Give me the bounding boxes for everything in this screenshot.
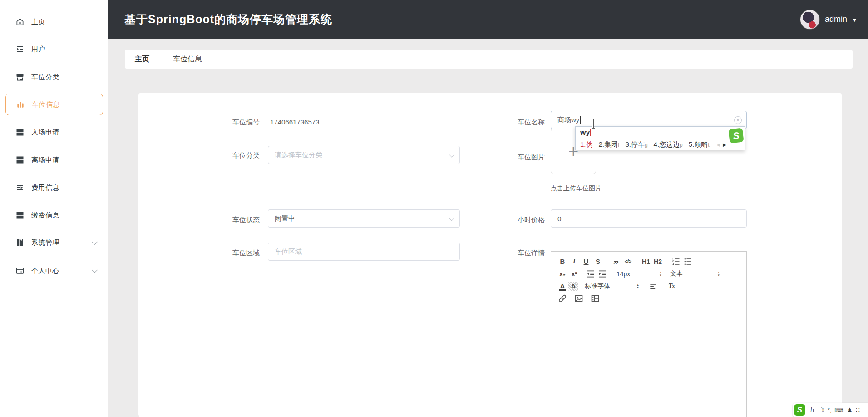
number-label: 车位编号 xyxy=(187,118,260,127)
price-input[interactable]: 0 xyxy=(551,209,747,228)
sidebar-item-label: 系统管理 xyxy=(31,238,59,247)
picker-arrows-icon xyxy=(717,271,720,277)
person-icon[interactable]: ♟ xyxy=(847,407,853,414)
sidebar-item-fee-info[interactable]: 费用信息 xyxy=(5,177,103,199)
chevron-down-icon xyxy=(92,239,98,245)
chevron-down-icon xyxy=(449,215,455,221)
video-button[interactable] xyxy=(589,293,601,304)
sidebar-item-home[interactable]: 主页 xyxy=(5,11,103,33)
sidebar-item-users[interactable]: 用户 xyxy=(5,38,103,60)
sidebar-item-label: 车位分类 xyxy=(31,73,59,82)
sidebar-item-entry-apply[interactable]: 入场申请 xyxy=(5,121,103,143)
avatar[interactable] xyxy=(800,10,820,30)
breadcrumb-home[interactable]: 主页 xyxy=(135,55,149,64)
font-family-value: 标准字体 xyxy=(585,282,610,290)
sidebar-item-system[interactable]: 系统管理 xyxy=(5,232,103,253)
image-button[interactable] xyxy=(573,293,585,304)
header-1-button[interactable]: H1 xyxy=(640,256,652,267)
ime-mode-wubi[interactable]: 五 xyxy=(809,406,815,414)
sidebar-item-payment-info[interactable]: 缴费信息 xyxy=(5,204,103,226)
fee-info-icon xyxy=(15,183,25,192)
align-icon xyxy=(649,282,658,291)
ordered-list-icon xyxy=(671,257,681,266)
link-button[interactable] xyxy=(557,293,568,304)
clean-format-button[interactable]: Tx xyxy=(666,281,677,292)
sogou-logo[interactable]: S xyxy=(794,404,805,416)
clean-t: T xyxy=(668,282,672,290)
bold-button[interactable]: B xyxy=(557,256,568,267)
picker-arrows-icon xyxy=(636,283,639,289)
status-select[interactable]: 闲置中 xyxy=(268,209,460,228)
sidebar-item-profile[interactable]: 个人中心 xyxy=(5,260,103,282)
category-select[interactable]: 请选择车位分类 xyxy=(268,146,460,164)
ime-next-page-icon[interactable]: ▶ xyxy=(723,142,726,147)
outdent-button[interactable] xyxy=(585,268,597,279)
ime-candidate-2[interactable]: 2.集团f xyxy=(599,140,620,149)
area-placeholder: 车位区域 xyxy=(275,248,302,256)
sidebar-item-exit-apply[interactable]: 离场申请 xyxy=(5,149,103,171)
indent-button[interactable] xyxy=(597,268,608,279)
sidebar-item-category[interactable]: 车位分类 xyxy=(5,66,103,88)
ime-candidate-1[interactable]: 1.伪 xyxy=(580,140,593,149)
detail-rich-editor[interactable]: B I U S ” </> H1 H2 xyxy=(551,251,747,417)
outdent-icon xyxy=(586,269,595,278)
link-icon xyxy=(558,294,567,303)
sidebar-item-parking-info[interactable]: 车位信息 xyxy=(5,94,103,115)
font-size-picker[interactable]: 14px xyxy=(615,268,664,279)
blockquote-button[interactable]: ” xyxy=(610,256,622,267)
underline-button[interactable]: U xyxy=(580,256,592,267)
image-label: 车位图片 xyxy=(472,153,545,162)
picker-arrows-icon xyxy=(659,271,662,277)
area-label: 车位区域 xyxy=(187,249,260,258)
editor-content[interactable] xyxy=(551,308,746,417)
ime-status-bar[interactable]: S 五 ☽ °‚ ⌨ ♟ ∷ xyxy=(793,403,868,417)
sidebar-item-label: 入场申请 xyxy=(31,128,59,137)
price-label: 小时价格 xyxy=(472,216,545,224)
superscript-button[interactable]: x² xyxy=(568,268,580,279)
moon-icon[interactable]: ☽ xyxy=(819,407,824,414)
clear-input-icon[interactable] xyxy=(734,116,742,124)
ime-candidate-5[interactable]: 5.领略t xyxy=(689,140,710,149)
align-button[interactable] xyxy=(647,281,659,292)
chevron-down-icon xyxy=(449,151,455,157)
system-icon xyxy=(15,238,25,247)
video-icon xyxy=(591,294,600,303)
parking-info-icon xyxy=(16,100,25,109)
keyboard-icon[interactable]: ⌨ xyxy=(834,407,843,414)
text-type-picker[interactable]: 文本 xyxy=(668,268,722,279)
status-value: 闲置中 xyxy=(275,214,295,223)
area-input[interactable]: 车位区域 xyxy=(268,243,460,261)
image-upload-hint: 点击上传车位图片 xyxy=(551,184,602,193)
indent-icon xyxy=(598,269,607,278)
price-value: 0 xyxy=(557,215,561,223)
ime-popup: wy 1.伪 2.集团f 3.停车g 4.您这边p 5.领略t ◀ ▶ S xyxy=(575,126,745,150)
user-menu[interactable]: admin ▼ xyxy=(800,0,857,39)
ime-prev-page-icon[interactable]: ◀ xyxy=(717,142,720,147)
ime-composition-text: wy xyxy=(580,129,590,137)
username: admin xyxy=(825,15,847,24)
ordered-list-button[interactable] xyxy=(670,256,682,267)
italic-button[interactable]: I xyxy=(568,256,580,267)
ime-caret xyxy=(590,129,591,136)
background-color-button[interactable]: A xyxy=(568,282,578,291)
text-color-button[interactable]: A xyxy=(557,281,568,292)
strike-button[interactable]: S xyxy=(592,256,604,267)
header-2-button[interactable]: H2 xyxy=(652,256,664,267)
subscript-button[interactable]: x₂ xyxy=(557,268,568,279)
page-title: 基于SpringBoot的商场停车场管理系统 xyxy=(124,12,332,27)
chevron-down-icon xyxy=(92,267,98,273)
code-block-button[interactable]: </> xyxy=(622,256,634,267)
exit-apply-icon xyxy=(15,155,25,164)
text-type-value: 文本 xyxy=(670,270,683,278)
punctuation-icon[interactable]: °‚ xyxy=(828,407,832,414)
ime-candidate-4[interactable]: 4.您这边p xyxy=(654,140,683,149)
font-family-picker[interactable]: 标准字体 xyxy=(583,281,641,292)
grid-more-icon[interactable]: ∷ xyxy=(856,407,860,414)
category-placeholder: 请选择车位分类 xyxy=(275,151,322,159)
sidebar-item-label: 用户 xyxy=(31,45,45,54)
ime-candidate-3[interactable]: 3.停车g xyxy=(625,140,647,149)
dropdown-arrow-icon: ▼ xyxy=(852,17,857,23)
sidebar-item-label: 车位信息 xyxy=(32,100,60,109)
bullet-list-button[interactable] xyxy=(682,256,694,267)
sogou-logo: S xyxy=(728,128,744,143)
